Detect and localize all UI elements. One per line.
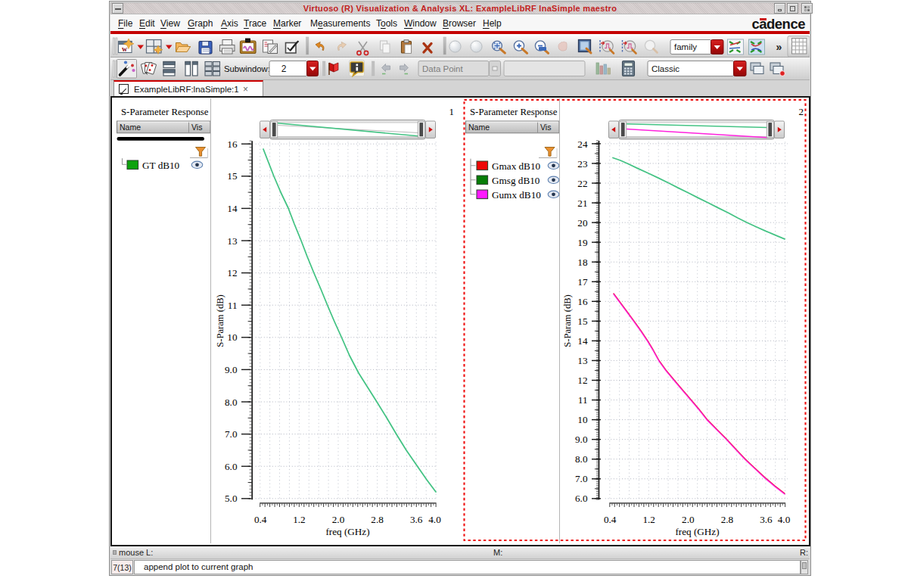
svg-text:Data Point: Data Point	[422, 64, 464, 73]
svg-text:1.2: 1.2	[293, 514, 305, 525]
svg-text:16: 16	[577, 296, 588, 307]
svg-text:23: 23	[577, 158, 588, 170]
svg-text:4.0: 4.0	[428, 514, 441, 525]
svg-text:13: 13	[227, 235, 238, 247]
svg-text:2.8: 2.8	[721, 514, 734, 525]
svg-text:11: 11	[578, 394, 588, 406]
svg-text:»: »	[776, 41, 782, 53]
svg-text:14: 14	[227, 203, 238, 214]
svg-text:8.0: 8.0	[225, 397, 238, 408]
svg-text:Gmsg dB10: Gmsg dB10	[492, 175, 540, 186]
svg-text:freq (GHz): freq (GHz)	[675, 526, 719, 537]
svg-text:freq (GHz): freq (GHz)	[325, 526, 369, 537]
svg-text:18: 18	[577, 257, 588, 268]
svg-text:10: 10	[227, 331, 238, 343]
svg-text:Name: Name	[120, 123, 141, 132]
svg-text:16: 16	[227, 138, 238, 150]
svg-text:2: 2	[281, 64, 287, 74]
svg-text:17: 17	[577, 276, 588, 288]
svg-text:0.4: 0.4	[604, 514, 617, 525]
svg-text:GT dB10: GT dB10	[142, 160, 180, 171]
svg-text:9.0: 9.0	[225, 364, 238, 375]
svg-text:19: 19	[577, 237, 588, 248]
svg-text:1.2: 1.2	[642, 514, 655, 525]
svg-text:S-Param (dB): S-Param (dB)	[562, 294, 573, 347]
svg-text:2.0: 2.0	[682, 514, 695, 525]
svg-text:5.0: 5.0	[225, 493, 238, 504]
svg-text:6.0: 6.0	[575, 493, 588, 504]
svg-text:S-Param (dB): S-Param (dB)	[215, 294, 225, 347]
svg-text:12: 12	[227, 267, 237, 278]
svg-text:3.6: 3.6	[410, 514, 423, 525]
svg-text:3.6: 3.6	[760, 514, 773, 525]
svg-text:Classic: Classic	[651, 64, 679, 73]
svg-text:7.0: 7.0	[225, 428, 238, 440]
svg-text:13: 13	[577, 355, 588, 366]
svg-text:S-Parameter Response: S-Parameter Response	[121, 107, 209, 117]
svg-text:Name: Name	[468, 123, 490, 132]
svg-text:2: 2	[799, 106, 804, 117]
svg-text:24: 24	[577, 138, 588, 150]
svg-text:12: 12	[577, 375, 587, 386]
svg-text:10: 10	[577, 414, 588, 425]
svg-text:2.8: 2.8	[371, 514, 384, 525]
svg-text:15: 15	[577, 316, 588, 327]
svg-text:8.0: 8.0	[575, 453, 588, 465]
svg-text:11: 11	[228, 300, 238, 311]
svg-text:4.0: 4.0	[778, 514, 791, 525]
svg-text:7.0: 7.0	[575, 473, 588, 484]
svg-text:15: 15	[227, 170, 238, 182]
svg-text:Gmax dB10: Gmax dB10	[492, 160, 541, 172]
svg-text:14: 14	[577, 335, 588, 347]
svg-text:Vis: Vis	[540, 123, 551, 132]
svg-text:S-Parameter Response: S-Parameter Response	[470, 107, 558, 117]
svg-text:21: 21	[577, 198, 587, 209]
svg-text:family: family	[674, 42, 697, 51]
svg-text:Gumx dB10: Gumx dB10	[492, 189, 541, 201]
svg-text:Vis: Vis	[191, 123, 202, 132]
svg-text:0.4: 0.4	[254, 514, 267, 525]
svg-text:22: 22	[577, 178, 587, 189]
svg-text:1: 1	[449, 106, 455, 117]
svg-text:9.0: 9.0	[575, 434, 588, 445]
svg-text:6.0: 6.0	[225, 461, 238, 472]
svg-text:2.0: 2.0	[332, 514, 345, 525]
svg-text:Subwindow:: Subwindow:	[224, 64, 270, 73]
svg-text:20: 20	[577, 217, 588, 229]
